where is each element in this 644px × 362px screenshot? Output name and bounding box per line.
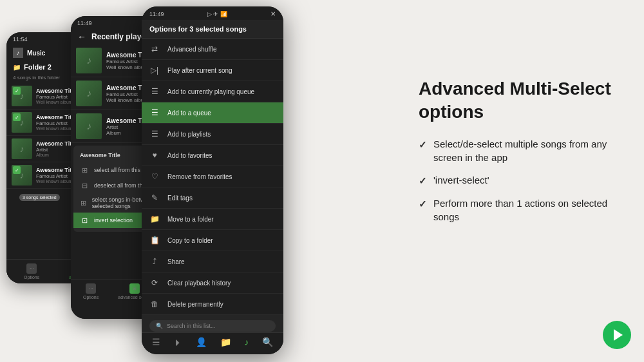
opt-icon-10: ⤴: [149, 256, 160, 267]
popup-label-4: invert selection: [94, 217, 133, 224]
search-input-front[interactable]: 🔍 Search in this list...: [149, 320, 276, 332]
mid-thumb-2: [76, 81, 102, 106]
song-thumb-2: ✓: [12, 112, 32, 133]
popup-icon-4: ⊡: [80, 216, 89, 225]
menu-item-10[interactable]: ⤴ Share: [142, 251, 283, 272]
menu-item-1[interactable]: ▷| Play after current song: [142, 60, 283, 81]
feature-list: Select/de-select multiple songs from any…: [419, 137, 625, 224]
opt-icon-9: 📋: [149, 235, 160, 245]
mid-thumb-3: [76, 113, 102, 139]
menu-item-5[interactable]: ♥ Add to favorites: [142, 145, 283, 166]
status-bar-front: 11:49 ▷ ✈ 📶 ✕: [142, 6, 283, 20]
opt-label-4: Add to playlists: [167, 131, 211, 138]
time-mid: 11:49: [77, 20, 92, 26]
nav-list-icon[interactable]: ☰: [152, 337, 160, 347]
feature-item-1: 'invert-select': [419, 173, 625, 187]
options-label-back: Options: [24, 275, 39, 280]
options-list: ⇄ Advanced shuffle ▷| Play after current…: [142, 39, 283, 354]
menu-item-8[interactable]: 📁 Move to a folder: [142, 209, 283, 230]
search-placeholder: Search in this list...: [167, 323, 216, 329]
options-header: Options for 3 selected songs: [142, 20, 283, 39]
music-label: Music: [27, 50, 45, 57]
opt-icon-4: ☰: [149, 129, 160, 139]
nav-person-icon[interactable]: 👤: [196, 337, 207, 347]
menu-item-9[interactable]: 📋 Copy to a folder: [142, 230, 283, 251]
opt-icon-7: ✎: [149, 193, 160, 203]
opt-icon-2: ☰: [149, 86, 160, 97]
menu-item-11[interactable]: ⟳ Clear playback history: [142, 272, 283, 294]
main-title: Advanced Multi-Select options: [419, 77, 625, 124]
menu-item-12[interactable]: 🗑 Delete permanently: [142, 294, 283, 315]
opt-label-1: Play after current song: [167, 67, 232, 74]
play-badge[interactable]: [603, 321, 631, 349]
feature-item-2: Perform more than 1 actions on selected …: [419, 196, 625, 224]
search-icon-front: 🔍: [156, 323, 163, 329]
opt-label-5: Add to favorites: [167, 152, 212, 159]
opt-label-0: Advanced shuffle: [167, 46, 217, 53]
opt-label-12: Delete permanently: [167, 301, 223, 308]
check-4: ✓: [13, 166, 21, 174]
options-label-mid: Options: [83, 295, 99, 300]
opt-label-2: Add to currently playing queue: [167, 88, 254, 95]
opt-label-6: Remove from favorites: [167, 173, 232, 180]
mid-thumb-1: [76, 48, 102, 73]
music-icon: ♪: [13, 48, 23, 58]
opt-icon-0: ⇄: [149, 44, 160, 54]
song-thumb-4: ✓: [12, 165, 32, 186]
nav-bar-front: ☰ ⏵ 👤 📁 ♪ 🔍: [142, 332, 283, 351]
opt-icon-3: ☰: [149, 108, 160, 118]
opt-label-8: Move to a folder: [167, 216, 214, 223]
opt-icon-12: 🗑: [149, 299, 160, 309]
song-thumb-3: [12, 138, 32, 159]
opt-icon-11: ⟳: [149, 278, 160, 288]
check-2: ✓: [13, 113, 21, 121]
menu-item-3[interactable]: ☰ Add to a queue: [142, 102, 283, 124]
icons-front: ▷ ✈ 📶: [207, 11, 227, 17]
nav-play-icon[interactable]: ⏵: [174, 337, 183, 347]
popup-icon-2: ⊟: [80, 181, 89, 190]
back-arrow-mid[interactable]: ←: [77, 32, 86, 42]
options-btn-mid[interactable]: ⋯ Options: [83, 283, 99, 300]
options-icon-mid: ⋯: [86, 283, 96, 294]
menu-item-6[interactable]: ♡ Remove from favorites: [142, 166, 283, 187]
opt-label-3: Add to a queue: [167, 110, 211, 117]
opt-label-10: Share: [167, 258, 185, 265]
front-phone: 11:49 ▷ ✈ 📶 ✕ Options for 3 selected son…: [142, 6, 283, 354]
time-back: 11:54: [13, 36, 28, 43]
opt-icon-6: ♡: [149, 171, 160, 182]
opt-icon-1: ▷|: [149, 65, 160, 75]
popup-icon-3: ⊞: [80, 198, 87, 207]
close-x-front[interactable]: ✕: [270, 10, 276, 17]
right-panel: Advanced Multi-Select options Select/de-…: [419, 77, 625, 233]
feature-item-0: Select/de-select multiple songs from any…: [419, 137, 625, 164]
check-1: ✓: [13, 87, 21, 95]
popup-label-1: select all from this list: [94, 167, 149, 173]
nav-search-icon[interactable]: 🔍: [262, 337, 273, 347]
opt-icon-8: 📁: [149, 214, 160, 224]
song-thumb-1: ✓: [12, 86, 32, 106]
opt-label-9: Copy to a folder: [167, 237, 213, 244]
menu-item-7[interactable]: ✎ Edit tags: [142, 187, 283, 209]
menu-item-4[interactable]: ☰ Add to playlists: [142, 124, 283, 145]
adv-select-icon-mid: ⊞: [129, 283, 140, 294]
menu-item-2[interactable]: ☰ Add to currently playing queue: [142, 81, 283, 102]
time-front: 11:49: [149, 11, 164, 17]
popup-icon-1: ⊞: [80, 166, 89, 175]
opt-label-7: Edit tags: [167, 195, 193, 202]
opt-icon-5: ♥: [149, 150, 160, 160]
options-icon-back: ⋯: [26, 263, 37, 274]
options-btn-back[interactable]: ⋯ Options: [24, 263, 39, 280]
nav-folder-icon[interactable]: 📁: [220, 337, 231, 347]
menu-item-0[interactable]: ⇄ Advanced shuffle: [142, 39, 283, 60]
opt-label-11: Clear playback history: [167, 280, 231, 287]
nav-music-icon[interactable]: ♪: [244, 337, 249, 347]
